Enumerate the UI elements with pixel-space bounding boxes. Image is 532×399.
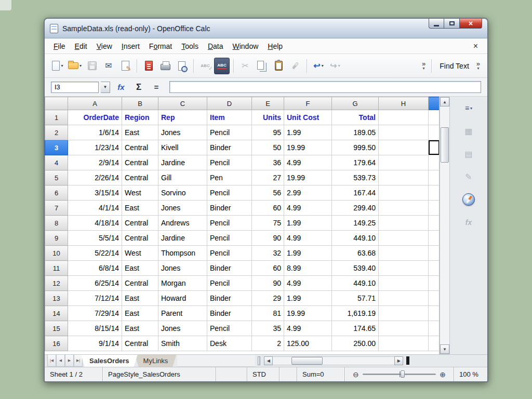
cell[interactable]: 19.99 — [284, 170, 332, 185]
clone-formatting-button[interactable] — [287, 58, 303, 74]
cell[interactable] — [429, 110, 440, 125]
cell[interactable]: 27 — [252, 170, 284, 185]
select-all-corner[interactable] — [45, 97, 68, 110]
autospellcheck-button[interactable]: ABC — [214, 58, 230, 74]
cell[interactable] — [379, 261, 429, 276]
page-preview-button[interactable] — [174, 58, 190, 74]
cell[interactable] — [379, 185, 429, 201]
open-button[interactable]: ▾ — [66, 58, 83, 74]
print-button[interactable] — [157, 58, 173, 74]
open-dropdown-icon[interactable]: ▾ — [79, 63, 82, 68]
row-header-10[interactable]: 10 — [45, 246, 68, 261]
cell[interactable]: 3/15/14 — [68, 185, 122, 201]
cell[interactable]: 539.73 — [332, 170, 379, 185]
sheet-tab-salesorders[interactable]: SalesOrders — [81, 355, 138, 367]
new-document-button[interactable]: ▾ — [50, 58, 65, 74]
cell[interactable]: Rep — [158, 110, 207, 125]
horizontal-scroll-track[interactable] — [273, 356, 394, 365]
cell[interactable]: East — [122, 306, 158, 321]
cell[interactable]: 50 — [252, 140, 284, 155]
cell[interactable] — [429, 216, 440, 231]
maximize-button[interactable] — [444, 19, 459, 29]
scroll-down-icon[interactable]: ▼ — [440, 344, 449, 354]
menu-insert[interactable]: Insert — [117, 40, 144, 52]
cell[interactable]: Jones — [158, 261, 207, 276]
cell[interactable]: 2 — [252, 336, 284, 351]
cell[interactable]: West — [122, 185, 158, 201]
cell[interactable]: Jones — [158, 321, 207, 336]
cell[interactable]: Jones — [158, 125, 207, 140]
namebox-dropdown-button[interactable]: ▼ — [101, 82, 110, 93]
cell[interactable]: Total — [332, 110, 379, 125]
cell[interactable]: 29 — [252, 291, 284, 306]
paste-button[interactable] — [271, 58, 286, 74]
cell[interactable] — [379, 306, 429, 321]
menu-file[interactable]: File — [49, 40, 70, 52]
cell[interactable] — [379, 276, 429, 291]
draw-functions-icon[interactable]: ✎ — [461, 169, 476, 184]
toolbar-overflow-icon[interactable]: »▾ — [420, 61, 428, 71]
cell[interactable]: 60 — [252, 261, 284, 276]
cell[interactable]: 35 — [252, 321, 284, 336]
cell[interactable]: East — [122, 321, 158, 336]
cell[interactable]: 449.10 — [332, 276, 379, 291]
column-header-B[interactable]: B — [122, 97, 158, 110]
cell[interactable] — [429, 321, 440, 336]
cell[interactable] — [429, 246, 440, 261]
cell[interactable]: Desk — [207, 336, 252, 351]
cell[interactable]: Pen — [207, 170, 252, 185]
cell[interactable] — [379, 110, 429, 125]
cell[interactable]: 5/5/14 — [68, 231, 122, 246]
cell[interactable]: Pencil — [207, 246, 252, 261]
cell[interactable]: 57.71 — [332, 291, 379, 306]
previous-sheet-button[interactable]: ◀ — [56, 355, 65, 367]
cell[interactable] — [429, 231, 440, 246]
cell[interactable]: 90 — [252, 276, 284, 291]
cell[interactable]: 7/29/14 — [68, 306, 122, 321]
titlebar[interactable]: SampleData.xls (read-only) - OpenOffice … — [45, 19, 487, 38]
cell[interactable]: 539.40 — [332, 261, 379, 276]
cell[interactable]: 4.99 — [284, 231, 332, 246]
cell[interactable]: Binder — [207, 261, 252, 276]
menu-format[interactable]: Format — [144, 40, 177, 52]
cell[interactable] — [429, 125, 440, 140]
cell[interactable]: Pencil — [207, 216, 252, 231]
cell[interactable]: 36 — [252, 155, 284, 170]
cell[interactable]: East — [122, 201, 158, 216]
row-header-9[interactable]: 9 — [45, 231, 68, 246]
data-sources-icon[interactable]: ▦ — [461, 124, 476, 138]
function-wizard-icon[interactable]: fx — [114, 81, 128, 94]
cell-reference-box[interactable]: I3 — [51, 82, 99, 93]
email-button[interactable]: ✉ — [101, 58, 116, 74]
vertical-scrollbar[interactable]: ▲ ▼ — [440, 97, 450, 354]
cell[interactable]: 4.99 — [284, 201, 332, 216]
cell[interactable]: 4/1/14 — [68, 201, 122, 216]
sheet-tab-mylinks[interactable]: MyLinks — [135, 355, 177, 367]
cell[interactable]: Item — [207, 110, 252, 125]
cell[interactable]: 1/6/14 — [68, 125, 122, 140]
cell[interactable]: Gill — [158, 170, 207, 185]
minimize-button[interactable] — [429, 19, 444, 29]
cell[interactable] — [429, 201, 440, 216]
cell[interactable]: 6/25/14 — [68, 276, 122, 291]
close-document-button[interactable]: × — [468, 42, 483, 51]
row-header-5[interactable]: 5 — [45, 170, 68, 185]
cell[interactable] — [379, 170, 429, 185]
cell[interactable] — [379, 321, 429, 336]
cell[interactable]: 1.99 — [284, 246, 332, 261]
cell[interactable]: 1/23/14 — [68, 140, 122, 155]
cell[interactable]: 4.99 — [284, 155, 332, 170]
cell[interactable]: 1.99 — [284, 125, 332, 140]
column-header-F[interactable]: F — [284, 97, 332, 110]
sidebar-settings-icon[interactable]: ≡▾ — [461, 101, 476, 115]
cell[interactable]: Region — [122, 110, 158, 125]
cell[interactable]: 6/8/14 — [68, 261, 122, 276]
cell[interactable]: Binder — [207, 201, 252, 216]
column-header-E[interactable]: E — [252, 97, 284, 110]
cell[interactable]: Central — [122, 140, 158, 155]
cell[interactable]: 75 — [252, 216, 284, 231]
cell[interactable] — [379, 216, 429, 231]
column-header-A[interactable]: A — [68, 97, 122, 110]
export-pdf-button[interactable] — [141, 58, 156, 74]
cell[interactable]: 60 — [252, 201, 284, 216]
